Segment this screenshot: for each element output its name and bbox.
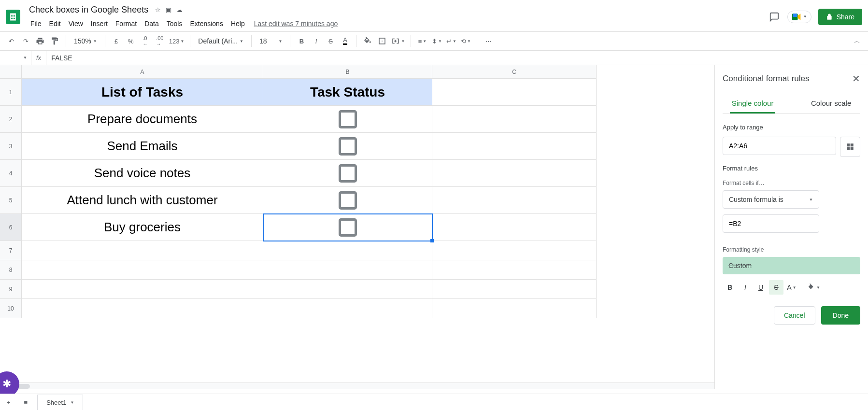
print-button[interactable] [34,35,46,47]
format-italic-button[interactable]: I [738,280,753,295]
document-title[interactable]: Check boxes in Google Sheets [27,4,150,16]
meet-button[interactable]: ▼ [787,11,811,23]
menu-edit[interactable]: Edit [46,18,64,29]
menu-file[interactable]: File [27,18,45,29]
currency-button[interactable]: £ [110,35,123,47]
name-box[interactable]: ▼ [0,51,31,65]
done-button[interactable]: Done [821,306,860,325]
cloud-icon[interactable]: ☁ [176,6,183,14]
paint-format-button[interactable] [48,35,61,47]
format-strikethrough-button[interactable]: S [769,280,783,295]
select-all-corner[interactable] [0,65,22,79]
menu-insert[interactable]: Insert [87,18,111,29]
cell-a5[interactable]: Attend lunch with customer [22,187,263,214]
italic-button[interactable]: I [310,35,322,47]
cell-a4[interactable]: Send voice notes [22,160,263,187]
number-format-button[interactable]: 123▼ [168,35,185,47]
cell-b5[interactable] [263,187,432,214]
column-header-a[interactable]: A [22,65,263,79]
range-input[interactable] [723,137,836,155]
sheets-icon[interactable] [6,10,20,24]
cell-c10[interactable] [432,299,597,318]
cell-c2[interactable] [432,106,597,133]
cell-c5[interactable] [432,187,597,214]
share-button[interactable]: Share [818,9,862,25]
last-edit-link[interactable]: Last edit was 7 minutes ago [254,20,338,28]
checkbox-icon[interactable] [339,110,357,128]
increase-decimal-button[interactable]: .00→ [154,35,166,47]
cell-b9[interactable] [263,280,432,299]
cell-a8[interactable] [22,260,263,280]
format-underline-button[interactable]: U [754,280,768,295]
menu-tools[interactable]: Tools [163,18,186,29]
borders-button[interactable] [376,35,388,47]
percent-button[interactable]: % [125,35,137,47]
row-header-8[interactable]: 8 [0,260,22,280]
checkbox-icon[interactable] [339,218,357,237]
row-header-2[interactable]: 2 [0,106,22,133]
row-header-4[interactable]: 4 [0,160,22,187]
cell-c3[interactable] [432,133,597,160]
cell-a10[interactable] [22,299,263,318]
cell-b4[interactable] [263,160,432,187]
cell-a3[interactable]: Send Emails [22,133,263,160]
menu-data[interactable]: Data [141,18,162,29]
row-header-1[interactable]: 1 [0,79,22,106]
close-icon[interactable]: ✕ [852,73,860,85]
font-select[interactable]: Default (Ari...▼ [195,37,246,45]
cell-c9[interactable] [432,280,597,299]
format-bold-button[interactable]: B [723,280,737,295]
menu-format[interactable]: Format [112,18,140,29]
move-icon[interactable]: ▣ [166,6,171,14]
decrease-decimal-button[interactable]: .0← [139,35,152,47]
cell-c1[interactable] [432,79,597,106]
row-header-5[interactable]: 5 [0,187,22,214]
rule-condition-select[interactable]: Custom formula is▼ [723,190,819,209]
star-icon[interactable]: ☆ [155,6,161,14]
bold-button[interactable]: B [295,35,308,47]
menu-extensions[interactable]: Extensions [186,18,226,29]
fill-color-button[interactable] [361,35,374,47]
rotate-button[interactable]: ⟲▼ [459,35,472,47]
row-header-10[interactable]: 10 [0,299,22,318]
strikethrough-button[interactable]: S [324,35,337,47]
cell-b6[interactable] [263,214,432,241]
cell-c7[interactable] [432,241,597,260]
cell-b8[interactable] [263,260,432,280]
select-range-icon[interactable] [840,137,860,157]
horizontal-scrollbar[interactable] [0,383,714,389]
cell-c4[interactable] [432,160,597,187]
comments-icon[interactable] [768,11,781,23]
row-header-3[interactable]: 3 [0,133,22,160]
cell-c8[interactable] [432,260,597,280]
column-header-b[interactable]: B [263,65,432,79]
cell-a1[interactable]: List of Tasks [22,79,263,106]
collapse-toolbar-button[interactable]: ︿ [851,35,863,47]
cell-b2[interactable] [263,106,432,133]
font-size-select[interactable]: 18▼ [256,37,285,45]
halign-button[interactable]: ≡▼ [416,35,428,47]
checkbox-icon[interactable] [339,137,357,156]
column-header-c[interactable]: C [432,65,597,79]
undo-button[interactable]: ↶ [5,35,17,47]
cell-a9[interactable] [22,280,263,299]
cell-b7[interactable] [263,241,432,260]
format-fill-color-button[interactable]: ▼ [807,280,821,295]
tab-colour-scale[interactable]: Colour scale [809,94,853,113]
cancel-button[interactable]: Cancel [774,306,815,325]
menu-view[interactable]: View [65,18,86,29]
more-toolbar-button[interactable]: ⋯ [482,35,495,47]
formula-input[interactable]: FALSE [46,54,868,62]
merge-button[interactable]: ▼ [390,35,406,47]
checkbox-icon[interactable] [339,191,357,210]
row-header-9[interactable]: 9 [0,280,22,299]
cell-a7[interactable] [22,241,263,260]
cell-a2[interactable]: Prepare documents [22,106,263,133]
custom-formula-input[interactable] [723,214,819,233]
wrap-button[interactable]: ↵▼ [445,35,457,47]
cell-b3[interactable] [263,133,432,160]
format-text-color-button[interactable]: A▼ [784,280,799,295]
zoom-select[interactable]: 150%▼ [71,37,100,45]
row-header-6[interactable]: 6 [0,214,22,241]
cell-b10[interactable] [263,299,432,318]
